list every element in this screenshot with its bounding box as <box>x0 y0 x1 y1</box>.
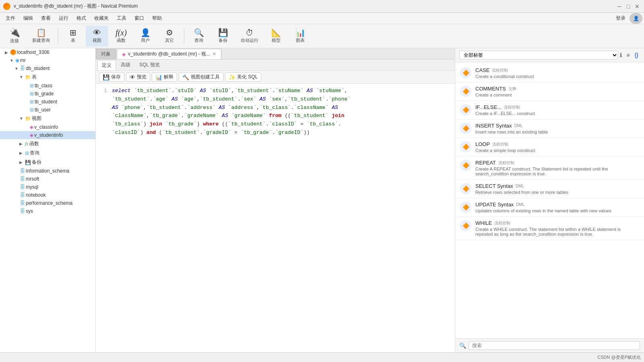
separator-1 <box>58 28 58 44</box>
sidebar-item-views-folder[interactable]: ▼ 📁 视图 <box>0 114 95 123</box>
sidebar-label-funcs: 函数 <box>29 140 39 147</box>
snippet-repeat[interactable]: 🔶 REPEAT 流程控制 Create A REPEAT construct.… <box>455 156 644 180</box>
connect-icon: 🔌 <box>9 28 20 37</box>
user-avatar[interactable]: 👤 <box>630 13 642 24</box>
menu-file[interactable]: 文件 <box>2 13 19 23</box>
snippet-loop[interactable]: 🔶 LOOP 流程控制 Create a simple loop constru… <box>455 138 644 156</box>
snippet-select-syntax[interactable]: 🔶 SELECT Syntax DML Retrieve rows select… <box>455 180 644 198</box>
toolbar-schedule[interactable]: ⏱ 自动运行 <box>236 26 263 47</box>
sidebar-item-mrsoft[interactable]: ▶ 🗄 mrsoft <box>0 175 95 183</box>
maximize-button[interactable]: □ <box>625 3 632 10</box>
sidebar-item-backup-folder[interactable]: ▶ 💾 备份 <box>0 158 95 167</box>
toolbar-connect[interactable]: 🔌 连接 <box>3 26 26 47</box>
snippet-insert-tag: DML <box>514 123 523 128</box>
sidebar-item-information_schema[interactable]: ▶ 🗄 information_schema <box>0 167 95 175</box>
toolbar-view[interactable]: 👁 视图 <box>86 26 108 47</box>
minimize-button[interactable]: ─ <box>616 3 623 10</box>
menu-edit[interactable]: 编辑 <box>19 13 37 23</box>
toolbar-other[interactable]: ⚙ 其它 <box>158 26 181 47</box>
code-editor[interactable]: 1 select `tb_student`.`stuID` AS `stuID`… <box>96 84 455 352</box>
snippet-comments-title: COMMENTS 注释 <box>475 86 639 92</box>
sidebar-item-notebook[interactable]: ▶ 🗄 notebook <box>0 191 95 199</box>
tab-close-button[interactable]: ✕ <box>213 51 216 57</box>
snippet-case[interactable]: 🔶 CASE 流程控制 Create a conditional constru… <box>455 64 644 82</box>
snippet-comments[interactable]: 🔶 COMMENTS 注释 Create a comment <box>455 82 644 101</box>
explain-button[interactable]: 📊 解释 <box>152 72 177 82</box>
toolbar-query[interactable]: 🔍 查询 <box>188 26 210 47</box>
sidebar-item-localhost[interactable]: ▶ localhost_3306 <box>0 48 95 56</box>
app-icon <box>3 3 10 10</box>
snippet-while[interactable]: 🔶 WHILE 流程控制 Create a WHILE construct. T… <box>455 217 644 240</box>
sidebar-item-query-folder[interactable]: ▶ ⊞ 查询 <box>0 148 95 158</box>
snippet-update-syntax[interactable]: 🔶 UPDATE Syntax DML Updates columns of e… <box>455 198 644 217</box>
sidebar-item-performance_schema[interactable]: ▶ 🗄 performance_schema <box>0 199 95 207</box>
menu-window[interactable]: 窗口 <box>130 13 148 23</box>
function-icon: f(x) <box>116 29 127 37</box>
menu-help[interactable]: 帮助 <box>148 13 166 23</box>
sidebar-item-v_studentinfo[interactable]: ▶ ◈ v_studentinfo <box>0 131 95 139</box>
sidebar-label-tb_student: tb_student <box>35 99 57 105</box>
tab-definition[interactable]: 定义 <box>97 60 116 70</box>
toolbar-function[interactable]: f(x) 函数 <box>110 26 132 47</box>
close-button[interactable]: ✕ <box>634 3 641 10</box>
menu-favorites[interactable]: 收藏夹 <box>90 13 113 23</box>
save-label: 保存 <box>111 74 121 80</box>
toolbar-user[interactable]: 👤 用户 <box>134 26 157 47</box>
sidebar-item-mysql[interactable]: ▶ 🗄 mysql <box>0 183 95 191</box>
sidebar-item-tb_student[interactable]: ▶ ⊞ tb_student <box>0 98 95 106</box>
sidebar-item-funcs-folder[interactable]: ▶ fx 函数 <box>0 139 95 148</box>
view-toolbar: 💾 保存 👁 预览 📊 解释 🔨 视图创建工具 ✨ 美化 SQL <box>96 71 455 84</box>
view-row-icon: ◈ <box>30 124 33 130</box>
sidebar-item-tb_grade[interactable]: ▶ ⊞ tb_grade <box>0 90 95 98</box>
menu-tools[interactable]: 工具 <box>113 13 130 23</box>
sidebar-item-tables-folder[interactable]: ▼ 📁 表 <box>0 72 95 82</box>
sidebar-item-tb_class[interactable]: ▶ ⊞ tb_class <box>0 82 95 90</box>
snippet-insert-title: INSERT Syntax DML <box>475 123 639 129</box>
snippet-insert-syntax[interactable]: 🔶 INSERT Syntax DML Insert new rows into… <box>455 119 644 138</box>
sidebar-label-sys: sys <box>26 208 33 214</box>
preview-button[interactable]: 👁 预览 <box>126 72 150 82</box>
sidebar-item-mr[interactable]: ▼ ◉ mr <box>0 56 95 64</box>
info-icon[interactable]: ℹ <box>618 51 623 59</box>
toolbar-chart[interactable]: 📊 图表 <box>289 26 312 47</box>
tab-view-editor[interactable]: ◈ v_studentinfo @db_student (mr) - 视... … <box>117 49 221 59</box>
sql-code[interactable]: select `tb_student`.`stuID` AS `stuID`,`… <box>112 87 452 349</box>
save-button[interactable]: 💾 保存 <box>99 72 124 82</box>
backup-icon: 💾 <box>218 29 228 37</box>
tab-sql-preview[interactable]: SQL 预览 <box>135 60 164 70</box>
sidebar-item-tb_user[interactable]: ▶ ⊞ tb_user <box>0 106 95 114</box>
snippet-if-else-desc: Create a IF...ELSE... construct <box>475 111 639 116</box>
snippet-repeat-icon: 🔶 <box>460 160 471 171</box>
view-builder-button[interactable]: 🔨 视图创建工具 <box>179 72 223 82</box>
sidebar-item-sys[interactable]: ▶ 🗄 sys <box>0 207 95 215</box>
folder-icon: 📁 <box>25 116 31 121</box>
advanced-label: 高级 <box>121 62 130 68</box>
toolbar-new-query[interactable]: 📋 新建查询 <box>27 26 55 47</box>
snippet-search-input[interactable] <box>469 341 640 350</box>
user-icon: 👤 <box>140 29 151 37</box>
snippet-if-else[interactable]: 🔶 IF...ELSE... 流程控制 Create a IF...ELSE..… <box>455 101 644 119</box>
beautify-sql-button[interactable]: ✨ 美化 SQL <box>225 72 261 82</box>
snippet-if-else-tag: 流程控制 <box>504 105 520 110</box>
menu-view[interactable]: 查看 <box>37 13 55 23</box>
bracket-icon[interactable]: () <box>633 51 640 59</box>
arrow-icon: ▼ <box>19 75 24 79</box>
search-icon: 🔍 <box>459 342 466 349</box>
toolbar-backup[interactable]: 💾 备份 <box>212 26 234 47</box>
menu-format[interactable]: 格式 <box>72 13 90 23</box>
tag-filter-select[interactable]: 全部标签 <box>459 51 618 60</box>
sidebar-item-db_student[interactable]: ▼ 🗄 db_student <box>0 64 95 72</box>
snippet-select-icon: 🔶 <box>460 183 471 194</box>
menu-run[interactable]: 运行 <box>55 13 72 23</box>
tab-objects[interactable]: 对象 <box>96 49 116 59</box>
login-button[interactable]: 登录 <box>612 13 630 23</box>
snippet-repeat-title: REPEAT 流程控制 <box>475 160 639 166</box>
sidebar-label-tables: 表 <box>32 74 37 80</box>
tab-advanced[interactable]: 高级 <box>117 60 134 70</box>
sidebar-item-v_classinfo[interactable]: ▶ ◈ v_classinfo <box>0 123 95 131</box>
sidebar: ▶ localhost_3306 ▼ ◉ mr ▼ 🗄 db_student ▼… <box>0 48 96 352</box>
toolbar-table[interactable]: ⊞ 表 <box>62 26 84 47</box>
list-icon[interactable]: ≡ <box>625 51 632 59</box>
window-controls: ─ □ ✕ <box>616 3 641 10</box>
toolbar-model[interactable]: 📐 模型 <box>265 26 287 47</box>
